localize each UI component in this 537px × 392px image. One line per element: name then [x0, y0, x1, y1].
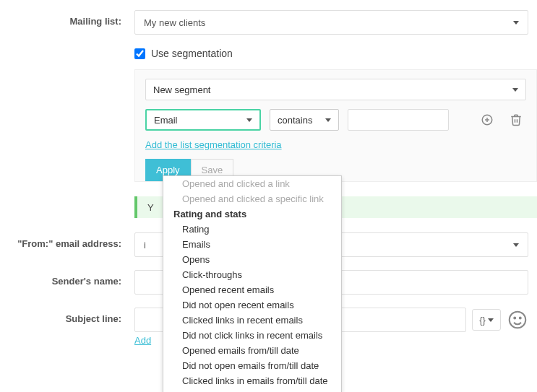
segment-field-value: Email [154, 115, 178, 126]
chevron-down-icon [325, 118, 331, 122]
trash-icon [510, 113, 523, 126]
dropdown-item[interactable]: Opens [163, 252, 341, 267]
plus-circle-icon [481, 113, 494, 126]
dropdown-item[interactable]: Did not click links in recent emails [163, 328, 341, 343]
dropdown-item[interactable]: Did not open recent emails [163, 297, 341, 313]
segment-operator-select[interactable]: contains [270, 109, 339, 131]
segment-value-input[interactable] [348, 109, 449, 131]
svg-point-3 [510, 312, 526, 328]
subject-line-label: Subject line: [0, 308, 134, 324]
sender-name-label: Sender's name: [0, 270, 134, 287]
braces-icon: {} [479, 315, 486, 326]
add-criteria-link[interactable]: Add the list segmentation criteria [145, 139, 282, 150]
use-segmentation-checkbox[interactable] [134, 48, 145, 59]
dropdown-group-rating: Rating and stats [163, 206, 341, 222]
chevron-down-icon [513, 21, 519, 25]
smiley-icon [507, 309, 528, 331]
add-segment-button[interactable] [477, 110, 497, 130]
field-dropdown-popup: Opened and clicked a link Opened and cli… [163, 175, 342, 346]
segment-name-select[interactable]: New segment [145, 79, 526, 100]
dropdown-item[interactable]: Opened recent emails [163, 282, 341, 297]
dropdown-item-disabled: Opened and clicked a link [163, 176, 341, 191]
dropdown-item[interactable]: Opened emails from/till date [163, 343, 341, 346]
chevron-down-icon [512, 88, 518, 92]
segment-field-select[interactable]: Email [145, 109, 261, 131]
dropdown-item[interactable]: Emails [163, 237, 341, 252]
dropdown-item[interactable]: Rating [163, 222, 341, 237]
dropdown-item[interactable]: Clicked links in recent emails [163, 313, 341, 328]
segment-operator-value: contains [278, 115, 312, 126]
segment-name-value: New segment [153, 84, 210, 95]
mailing-list-value: My new clients [144, 17, 205, 28]
emoji-button[interactable] [507, 309, 528, 331]
from-email-label: "From:" email address: [0, 232, 134, 249]
field-dropdown-list[interactable]: Opened and clicked a link Opened and cli… [163, 176, 341, 346]
chevron-down-icon [246, 118, 252, 122]
mailing-list-select[interactable]: My new clients [134, 10, 528, 35]
svg-point-5 [520, 318, 521, 319]
dropdown-item[interactable]: Click-throughs [163, 267, 341, 282]
from-email-value: i [144, 240, 146, 251]
success-text: Y [147, 202, 154, 213]
svg-point-4 [514, 318, 515, 319]
delete-segment-button[interactable] [506, 110, 526, 130]
chevron-down-icon [488, 318, 494, 322]
variables-button[interactable]: {} [472, 309, 501, 331]
mailing-list-label: Mailing list: [0, 10, 134, 27]
segmentation-panel: New segment Email contains Add the list … [134, 69, 537, 182]
dropdown-item-disabled: Opened and clicked a specific link [163, 191, 341, 206]
use-segmentation-label: Use segmentation [151, 48, 233, 59]
chevron-down-icon [513, 243, 519, 247]
